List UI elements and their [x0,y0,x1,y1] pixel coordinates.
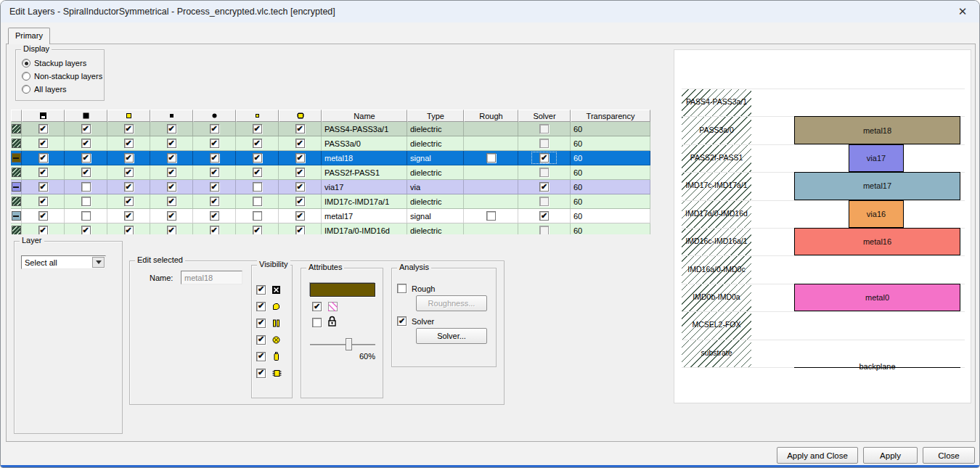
tab-primary[interactable]: Primary [8,28,50,44]
visibility-checkbox[interactable] [124,139,134,148]
radio-option-non-stackup-layers[interactable]: Non-stackup layers [22,70,102,83]
radio-icon[interactable] [22,72,30,81]
solver-checkbox[interactable] [539,182,549,192]
visibility-checkbox[interactable] [210,211,219,221]
visibility-checkbox[interactable] [295,226,305,234]
solver-checkbox[interactable] [397,316,407,326]
visibility-checkbox[interactable] [81,197,91,206]
visibility-checkbox[interactable] [295,197,305,206]
visibility-checkbox[interactable] [124,226,134,234]
column-header-name[interactable]: Name [322,110,407,122]
solver-checkbox[interactable] [539,153,549,163]
column-header-solver[interactable]: Solver [518,110,571,122]
solver-checkbox[interactable] [539,139,549,148]
dropdown-button[interactable] [92,257,105,268]
visibility-checkbox[interactable] [253,139,262,148]
layer-row-pass2f-pass1[interactable]: PASS2f-PASS1dielectric60 [11,165,650,180]
visibility-checkbox[interactable] [256,352,266,361]
visibility-checkbox[interactable] [124,168,134,177]
solver-checkbox[interactable] [539,211,549,221]
column-header-type[interactable]: Type [407,110,464,122]
radio-option-stackup-layers[interactable]: Stackup layers [22,57,102,70]
visibility-checkbox[interactable] [81,226,91,234]
visibility-checkbox[interactable] [210,182,219,192]
visibility-checkbox[interactable] [210,153,219,163]
visibility-checkbox[interactable] [81,124,91,134]
visibility-checkbox[interactable] [167,124,176,134]
visibility-checkbox[interactable] [124,124,134,134]
visibility-checkbox[interactable] [295,168,305,177]
visibility-checkbox[interactable] [167,197,176,206]
rough-checkbox[interactable] [397,284,407,293]
visibility-checkbox[interactable] [256,302,266,311]
visibility-checkbox[interactable] [210,139,219,148]
visibility-column-header[interactable] [65,110,107,122]
visibility-checkbox[interactable] [253,197,262,206]
visibility-checkbox[interactable] [167,153,176,163]
radio-icon[interactable] [22,59,30,67]
visibility-column-header[interactable] [193,110,236,122]
layer-row-pass4-pass3a-1[interactable]: PASS4-PASS3a/1dielectric60 [11,122,650,136]
solver-checkbox[interactable] [539,168,549,177]
visibility-checkbox[interactable] [38,168,48,177]
visibility-checkbox[interactable] [38,124,48,134]
visibility-checkbox[interactable] [210,168,219,177]
rough-checkbox[interactable] [486,153,496,163]
visibility-checkbox[interactable] [124,197,134,206]
solver-checkbox[interactable] [539,124,549,134]
visibility-checkbox[interactable] [210,226,219,234]
visibility-checkbox[interactable] [38,182,48,192]
solver-checkbox[interactable] [539,226,549,234]
layer-color-swatch-button[interactable] [310,283,375,297]
visibility-checkbox[interactable] [295,139,305,148]
visibility-checkbox[interactable] [256,319,266,328]
visibility-column-header[interactable] [107,110,150,122]
visibility-checkbox[interactable] [295,211,305,221]
solver-checkbox[interactable] [539,197,549,206]
visibility-checkbox[interactable] [253,124,262,134]
visibility-checkbox[interactable] [167,226,176,234]
visibility-column-header[interactable] [279,110,322,122]
visibility-checkbox[interactable] [253,226,262,234]
visibility-checkbox[interactable] [81,139,91,148]
visibility-checkbox[interactable] [253,211,262,221]
layer-row-imd17c-imd17a-1[interactable]: IMD17c-IMD17a/1dielectric60 [11,194,650,209]
layer-row-metal18[interactable]: metal18signal60 [11,151,650,165]
visibility-checkbox[interactable] [210,197,219,206]
visibility-checkbox[interactable] [253,153,262,163]
layer-row-imd17a-0-imd16d[interactable]: IMD17a/0-IMD16ddielectric60 [11,223,650,234]
visibility-checkbox[interactable] [256,285,266,295]
visibility-checkbox[interactable] [38,197,48,206]
visibility-checkbox[interactable] [167,139,176,148]
transparency-slider-track[interactable] [310,344,375,345]
radio-option-all-layers[interactable]: All layers [22,83,102,96]
visibility-checkbox[interactable] [38,139,48,148]
radio-icon[interactable] [22,85,30,94]
apply-and-close-button[interactable]: Apply and Close [777,447,858,464]
visibility-column-header[interactable] [236,110,279,122]
visibility-checkbox[interactable] [81,153,91,163]
layer-select-dropdown[interactable]: Select all [21,255,106,269]
close-icon[interactable]: ✕ [953,4,972,20]
layer-row-metal17[interactable]: metal17signal60 [11,209,650,223]
visibility-checkbox[interactable] [256,335,266,345]
visibility-checkbox[interactable] [38,211,48,221]
visibility-checkbox[interactable] [38,153,48,163]
visibility-checkbox[interactable] [256,369,266,378]
visibility-checkbox[interactable] [295,124,305,134]
visibility-checkbox[interactable] [167,211,176,221]
visibility-column-header[interactable] [22,110,65,122]
column-header-rough[interactable]: Rough [464,110,518,122]
layer-row-pass3a-0[interactable]: PASS3a/0dielectric60 [11,136,650,151]
transparency-slider-thumb[interactable] [346,338,352,350]
visibility-checkbox[interactable] [295,153,305,163]
visibility-checkbox[interactable] [295,182,305,192]
apply-button[interactable]: Apply [863,447,918,464]
lock-checkbox[interactable] [312,318,322,327]
column-header-transparency[interactable]: Transparency [571,110,650,122]
visibility-checkbox[interactable] [38,226,48,234]
visibility-checkbox[interactable] [167,182,176,192]
visibility-checkbox[interactable] [124,211,134,221]
visibility-checkbox[interactable] [253,168,262,177]
visibility-checkbox[interactable] [81,168,91,177]
